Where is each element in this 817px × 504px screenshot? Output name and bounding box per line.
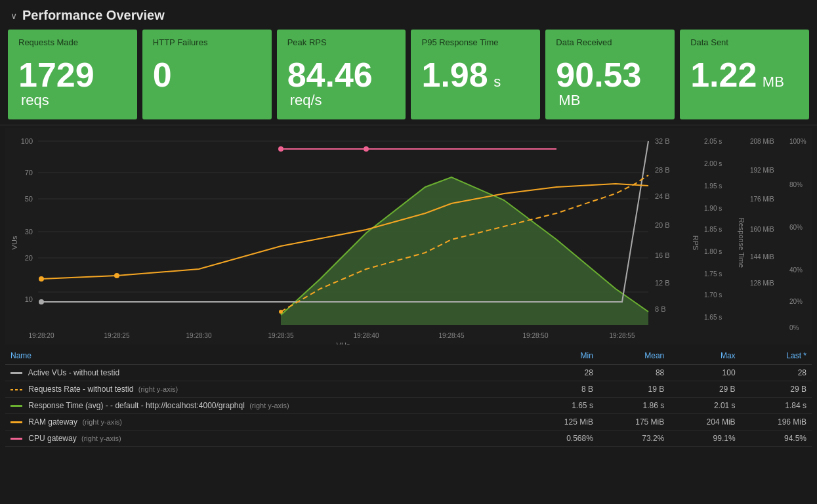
metric-card: Peak RPS 84.46 req/s: [277, 30, 406, 119]
svg-text:19:28:35: 19:28:35: [268, 332, 294, 339]
svg-text:20%: 20%: [789, 298, 803, 305]
svg-point-56: [39, 276, 44, 282]
chart-container: 100 70 50 30 20 10 VUs 32 B 28 B 24 B 20…: [5, 128, 812, 345]
table-row: CPU gateway (right y-axis) 0.568% 73.2% …: [5, 430, 812, 447]
legend-min: 1.65 s: [528, 398, 598, 414]
legend-last: 196 MiB: [741, 414, 812, 430]
legend-max: 29 B: [669, 381, 740, 398]
legend-mean: 73.2%: [598, 430, 669, 447]
table-section: Name Min Mean Max Last * Active VUs - wi…: [0, 345, 817, 452]
legend-max: 204 MiB: [669, 414, 740, 430]
legend-mean: 88: [598, 365, 669, 381]
legend-name: Requests Rate - without testid (right y-…: [5, 381, 528, 398]
svg-text:19:28:50: 19:28:50: [523, 332, 549, 339]
svg-text:128 MiB: 128 MiB: [750, 280, 774, 287]
legend-last: 29 B: [741, 381, 812, 398]
metric-label: HTTP Failures: [153, 37, 261, 47]
svg-text:160 MiB: 160 MiB: [750, 226, 774, 233]
metric-value: 1729 reqs: [18, 58, 127, 109]
legend-last: 28: [741, 365, 812, 381]
svg-text:19:28:40: 19:28:40: [354, 332, 379, 339]
legend-name: CPU gateway (right y-axis): [5, 430, 528, 447]
svg-text:28 B: 28 B: [655, 166, 670, 174]
col-max: Max: [669, 347, 740, 365]
svg-text:10: 10: [25, 295, 33, 303]
svg-point-55: [279, 310, 283, 314]
table-row: Requests Rate - without testid (right y-…: [5, 381, 812, 398]
svg-text:1.65 s: 1.65 s: [704, 314, 722, 321]
svg-text:70: 70: [25, 169, 33, 177]
table-row: Response Time (avg) - - default - http:/…: [5, 398, 812, 414]
svg-text:30: 30: [25, 228, 33, 236]
metrics-row: Requests Made 1729 reqs HTTP Failures 0 …: [0, 30, 817, 125]
svg-text:20 B: 20 B: [655, 221, 670, 229]
svg-text:100%: 100%: [789, 138, 807, 145]
table-row: Active VUs - without testid 28 88 100 28: [5, 365, 812, 381]
legend-max: 99.1%: [669, 430, 740, 447]
legend-min: 8 B: [528, 381, 598, 398]
chart-svg: 100 70 50 30 20 10 VUs 32 B 28 B 24 B 20…: [5, 128, 812, 345]
svg-point-54: [39, 299, 44, 304]
svg-text:20: 20: [25, 254, 33, 262]
svg-point-58: [278, 146, 283, 152]
svg-text:8 B: 8 B: [655, 305, 666, 313]
svg-text:100: 100: [21, 137, 33, 145]
svg-text:VUs: VUs: [337, 341, 350, 345]
metric-label: Data Sent: [690, 37, 799, 47]
col-mean: Mean: [598, 347, 669, 365]
svg-text:50: 50: [25, 195, 33, 203]
metric-value: 90.53 MB: [556, 58, 664, 109]
svg-text:VUs: VUs: [10, 236, 18, 249]
metric-card: Data Received 90.53 MB: [545, 30, 675, 119]
svg-text:144 MiB: 144 MiB: [750, 253, 774, 261]
svg-text:1.90 s: 1.90 s: [704, 205, 722, 212]
legend-last: 1.84 s: [741, 398, 812, 414]
svg-text:2.05 s: 2.05 s: [704, 138, 722, 145]
legend-name: RAM gateway (right y-axis): [5, 414, 528, 430]
legend-min: 28: [528, 365, 598, 381]
legend-name: Response Time (avg) - - default - http:/…: [5, 398, 528, 414]
metric-value: 1.98 s: [421, 58, 530, 92]
legend-max: 2.01 s: [669, 398, 740, 414]
svg-text:2.00 s: 2.00 s: [704, 160, 722, 167]
svg-text:176 MiB: 176 MiB: [750, 196, 774, 203]
legend-min: 125 MiB: [528, 414, 598, 430]
metric-label: Data Received: [556, 37, 664, 47]
legend-mean: 175 MiB: [598, 414, 669, 430]
page-header: ∨ Performance Overview: [0, 0, 817, 30]
svg-point-57: [114, 273, 119, 278]
svg-text:24 B: 24 B: [655, 192, 670, 200]
table-row: RAM gateway (right y-axis) 125 MiB 175 M…: [5, 414, 812, 430]
svg-text:RPS: RPS: [692, 236, 700, 251]
metric-label: Requests Made: [18, 37, 127, 47]
svg-text:16 B: 16 B: [655, 251, 670, 259]
svg-text:12 B: 12 B: [655, 279, 670, 287]
legend-max: 100: [669, 365, 740, 381]
legend-last: 94.5%: [741, 430, 812, 447]
svg-point-59: [364, 146, 369, 152]
legend-table: Name Min Mean Max Last * Active VUs - wi…: [5, 347, 812, 447]
svg-text:1.95 s: 1.95 s: [704, 182, 722, 190]
svg-text:1.70 s: 1.70 s: [704, 291, 722, 299]
svg-text:80%: 80%: [789, 181, 803, 188]
svg-text:19:28:30: 19:28:30: [186, 332, 212, 339]
metric-label: Peak RPS: [287, 37, 396, 47]
svg-text:19:28:25: 19:28:25: [104, 332, 130, 339]
metric-card: Requests Made 1729 reqs: [8, 30, 137, 119]
metric-card: Data Sent 1.22 MB: [680, 30, 809, 119]
chart-section: 100 70 50 30 20 10 VUs 32 B 28 B 24 B 20…: [0, 125, 817, 345]
metric-value: 1.22 MB: [690, 58, 799, 92]
svg-text:Response Time: Response Time: [738, 218, 745, 268]
svg-text:1.75 s: 1.75 s: [704, 270, 722, 278]
metric-card: HTTP Failures 0: [142, 30, 272, 119]
chevron-icon[interactable]: ∨: [10, 10, 17, 21]
legend-mean: 19 B: [598, 381, 669, 398]
metric-value: 84.46 req/s: [287, 58, 396, 109]
svg-text:19:28:55: 19:28:55: [610, 332, 635, 339]
svg-text:1.85 s: 1.85 s: [704, 226, 722, 233]
metric-card: P95 Response Time 1.98 s: [411, 30, 540, 119]
svg-text:19:28:45: 19:28:45: [439, 332, 465, 339]
col-min: Min: [528, 347, 598, 365]
page-title: Performance Overview: [22, 8, 165, 23]
svg-text:208 MiB: 208 MiB: [750, 138, 774, 145]
